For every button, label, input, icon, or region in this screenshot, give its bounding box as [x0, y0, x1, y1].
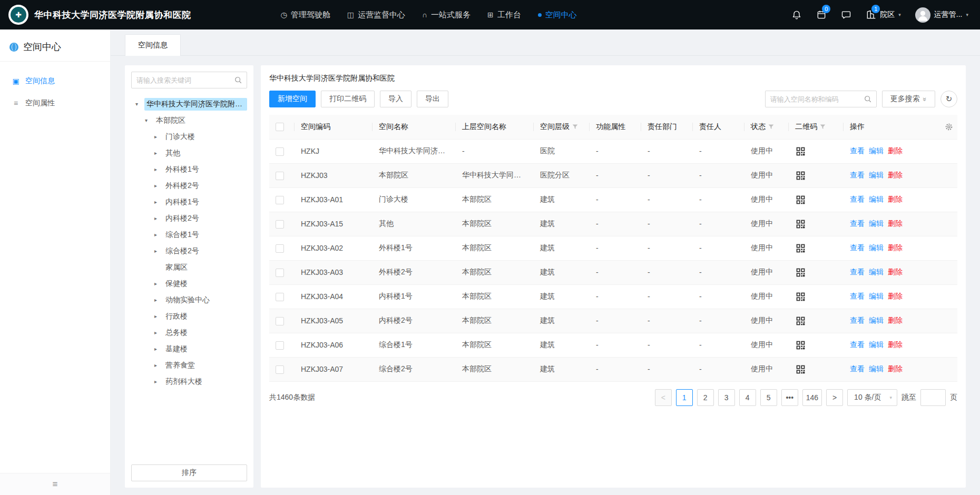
tree-node[interactable]: ▾ 本部院区 — [131, 112, 247, 128]
tree-expander-icon[interactable]: ▸ — [154, 166, 163, 172]
edit-link[interactable]: 编辑 — [869, 146, 884, 155]
qr-code-icon[interactable] — [795, 219, 806, 230]
qr-code-icon[interactable] — [795, 340, 806, 351]
tree-node[interactable]: ▸ 营养食堂 — [131, 357, 247, 373]
qr-code-icon[interactable] — [795, 291, 806, 302]
tree-node[interactable]: ▸ 外科楼2号 — [131, 177, 247, 194]
tree-expander-icon[interactable]: ▾ — [135, 101, 144, 107]
delete-link[interactable]: 删除 — [888, 364, 903, 373]
delete-link[interactable]: 删除 — [888, 146, 903, 155]
delete-link[interactable]: 删除 — [888, 171, 903, 179]
view-link[interactable]: 查看 — [850, 292, 865, 300]
view-link[interactable]: 查看 — [850, 243, 865, 252]
tree-node[interactable]: ▸ 门诊大楼 — [131, 128, 247, 145]
tree-expander-icon[interactable]: ▸ — [154, 297, 163, 303]
view-link[interactable]: 查看 — [850, 146, 865, 155]
page-number-button[interactable]: 3 — [718, 389, 735, 406]
qr-code-icon[interactable] — [795, 315, 806, 326]
tree-node[interactable]: ▾ 华中科技大学同济医学院附属协... — [131, 96, 247, 112]
add-space-button[interactable]: 新增空间 — [269, 91, 316, 107]
next-page-button[interactable]: > — [826, 389, 843, 406]
tree-expander-icon[interactable]: ▸ — [154, 346, 163, 352]
page-number-button[interactable]: 4 — [739, 389, 756, 406]
tree-expander-icon[interactable]: ▸ — [154, 183, 163, 189]
top-nav-item[interactable]: 管理驾驶舱 — [281, 10, 330, 20]
tree-node[interactable]: ▸ 外科楼1号 — [131, 161, 247, 177]
delete-link[interactable]: 删除 — [888, 219, 903, 227]
view-link[interactable]: 查看 — [850, 364, 865, 373]
tree-expander-icon[interactable]: ▸ — [154, 313, 163, 319]
delete-link[interactable]: 删除 — [888, 340, 903, 349]
tree-expander-icon[interactable]: ▸ — [154, 379, 163, 384]
prev-page-button[interactable]: < — [655, 389, 672, 406]
notification-bell-button[interactable] — [791, 9, 802, 20]
tree-node[interactable]: ▸ 综合楼2号 — [131, 243, 247, 259]
page-number-button[interactable]: ••• — [781, 389, 798, 406]
qr-code-icon[interactable] — [795, 267, 806, 278]
sidebar-item[interactable]: 空间属性 — [0, 92, 110, 114]
view-link[interactable]: 查看 — [850, 195, 865, 203]
view-link[interactable]: 查看 — [850, 171, 865, 179]
calendar-button[interactable]: 0 — [816, 9, 827, 20]
view-link[interactable]: 查看 — [850, 340, 865, 349]
import-button[interactable]: 导入 — [380, 91, 411, 107]
edit-link[interactable]: 编辑 — [869, 171, 884, 179]
page-number-button[interactable]: 2 — [697, 389, 714, 406]
tree-node[interactable]: ▸ 内科楼2号 — [131, 210, 247, 226]
view-link[interactable]: 查看 — [850, 268, 865, 276]
delete-link[interactable]: 删除 — [888, 268, 903, 276]
filter-icon[interactable] — [572, 124, 578, 130]
filter-icon[interactable] — [768, 124, 774, 130]
qr-code-icon[interactable] — [795, 146, 806, 157]
tree-expander-icon[interactable]: ▸ — [154, 248, 163, 254]
tree-node[interactable]: ▸ 基建楼 — [131, 341, 247, 357]
tree-expander-icon[interactable]: ▸ — [154, 232, 163, 237]
refresh-button[interactable] — [940, 91, 957, 107]
tree-search-input[interactable] — [136, 76, 234, 84]
tree-expander-icon[interactable]: ▸ — [154, 362, 163, 368]
top-nav-item[interactable]: 空间中心 — [538, 10, 577, 20]
tree-node[interactable]: ▸ 其他 — [131, 145, 247, 161]
delete-link[interactable]: 删除 — [888, 292, 903, 300]
more-search-button[interactable]: 更多搜索 » — [882, 91, 935, 107]
qr-code-icon[interactable] — [795, 170, 806, 181]
qr-code-icon[interactable] — [795, 243, 806, 254]
tree-expander-icon[interactable]: ▸ — [154, 150, 163, 156]
tree-node[interactable]: ▸ 行政楼 — [131, 308, 247, 324]
page-jump-input[interactable] — [920, 389, 946, 406]
page-size-select[interactable]: 10 条/页 ▾ — [847, 389, 897, 406]
tree-node[interactable]: ▸ 药剂科大楼 — [131, 373, 247, 390]
page-number-button[interactable]: 5 — [760, 389, 777, 406]
tree-node[interactable]: 家属区 — [131, 259, 247, 275]
qr-code-icon[interactable] — [795, 364, 806, 375]
delete-link[interactable]: 删除 — [888, 243, 903, 252]
row-checkbox[interactable] — [276, 196, 284, 204]
tree-expander-icon[interactable]: ▸ — [154, 281, 163, 286]
page-number-button[interactable]: 1 — [676, 389, 693, 406]
filter-icon[interactable] — [820, 124, 826, 130]
top-nav-item[interactable]: 运营监督中心 — [347, 10, 405, 20]
delete-link[interactable]: 删除 — [888, 195, 903, 203]
row-checkbox[interactable] — [276, 365, 284, 374]
view-link[interactable]: 查看 — [850, 316, 865, 324]
tree-expander-icon[interactable]: ▸ — [154, 134, 163, 140]
tree-expander-icon[interactable]: ▸ — [154, 199, 163, 205]
print-qr-button[interactable]: 打印二维码 — [321, 91, 375, 107]
table-search-input[interactable] — [770, 95, 864, 103]
select-all-checkbox[interactable] — [276, 123, 284, 131]
row-checkbox[interactable] — [276, 269, 284, 277]
edit-link[interactable]: 编辑 — [869, 219, 884, 227]
tab-space-info[interactable]: 空间信息 — [125, 34, 181, 56]
view-link[interactable]: 查看 — [850, 219, 865, 227]
row-checkbox[interactable] — [276, 220, 284, 229]
menu-fold-icon[interactable] — [53, 479, 58, 490]
qr-code-icon[interactable] — [795, 194, 806, 205]
sort-button[interactable]: 排序 — [131, 464, 247, 481]
tree-expander-icon[interactable]: ▸ — [154, 215, 163, 221]
tree-node[interactable]: ▸ 保健楼 — [131, 275, 247, 292]
row-checkbox[interactable] — [276, 147, 284, 156]
top-nav-item[interactable]: 工作台 — [487, 10, 521, 20]
edit-link[interactable]: 编辑 — [869, 316, 884, 324]
row-checkbox[interactable] — [276, 293, 284, 301]
tree-expander-icon[interactable]: ▾ — [145, 117, 154, 123]
